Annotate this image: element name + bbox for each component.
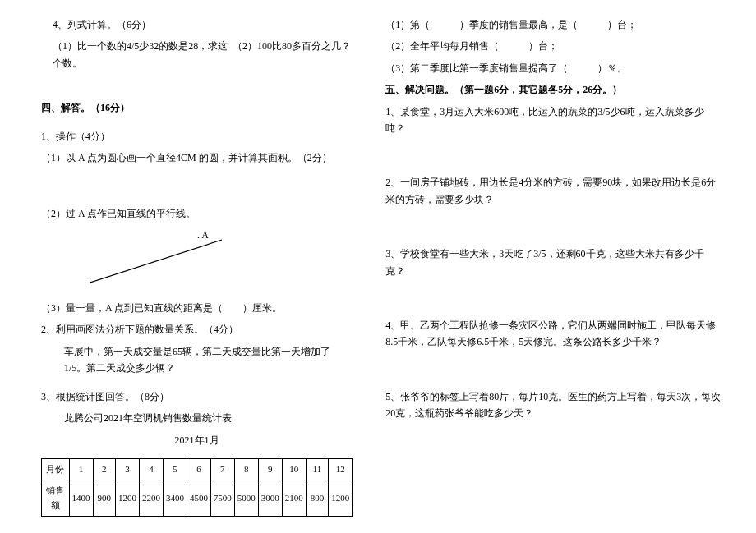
td-v8: 5000	[234, 480, 258, 516]
worksheet-page: 4、列式计算。（6分） （1）比一个数的4/5少32的数是28，求这个数。 （2…	[0, 0, 756, 533]
th-m6: 6	[187, 458, 210, 480]
table-row: 月份 1 2 3 4 5 6 7 8 9 10 11 12	[42, 458, 353, 480]
td-v3: 1200	[116, 480, 140, 516]
p5: 5、张爷爷的标签上写着80片，每片10克。医生的药方上写着，每天3次，每次20克…	[385, 388, 723, 422]
section-5-title: 五、解决问题。（第一题6分，其它题各5分，26分。）	[385, 81, 723, 98]
line-figure-icon	[90, 232, 230, 289]
th-m9: 9	[258, 458, 282, 480]
sales-table: 月份 1 2 3 4 5 6 7 8 9 10 11 12 销售额 1400 9…	[41, 458, 353, 517]
td-v11: 800	[306, 480, 329, 516]
th-month: 月份	[42, 458, 70, 480]
op-2: （2）过 A 点作已知直线的平行线。	[41, 205, 353, 222]
td-v7: 7500	[210, 480, 234, 516]
op-3: （3）量一量，A 点到已知直线的距离是（ ）厘米。	[41, 300, 353, 316]
td-v1: 1400	[69, 480, 93, 516]
op-title: 1、操作（4分）	[41, 128, 353, 145]
q2-title: 2、利用画图法分析下题的数量关系。（4分）	[41, 321, 353, 338]
q3-date: 2021年1月	[41, 432, 353, 448]
table-row: 销售额 1400 900 1200 2200 3400 4500 7500 50…	[42, 480, 353, 516]
th-m2: 2	[93, 458, 116, 480]
th-m8: 8	[234, 458, 258, 480]
p3: 3、学校食堂有一些大米，3天吃了3/5，还剩60千克，这些大米共有多少千克？	[385, 246, 723, 279]
th-m1: 1	[69, 458, 93, 480]
left-column: 4、列式计算。（6分） （1）比一个数的4/5少32的数是28，求这个数。 （2…	[41, 16, 369, 517]
right-column: （1）第（ ）季度的销售量最高，是（ ）台； （2）全年平均每月销售（ ）台； …	[369, 16, 723, 517]
th-m11: 11	[306, 458, 329, 480]
op-2-point-label: . A	[197, 227, 209, 243]
op-1: （1）以 A 点为圆心画一个直径4CM 的圆，并计算其面积。（2分）	[41, 149, 353, 166]
q3-caption: 龙腾公司2021年空调机销售数量统计表	[41, 410, 353, 426]
r2: （2）全年平均每月销售（ ）台；	[385, 38, 723, 54]
td-v9: 3000	[258, 480, 282, 516]
td-v4: 2200	[140, 480, 164, 516]
op-2-figure-wrap: . A	[41, 227, 353, 299]
th-m4: 4	[140, 458, 164, 480]
section-4-title: 四、解答。（16分）	[41, 99, 353, 116]
th-m3: 3	[116, 458, 140, 480]
q4-items: （1）比一个数的4/5少32的数是28，求这个数。 （2）100比80多百分之几…	[41, 38, 353, 71]
q4-item-2: （2）100比80多百分之几？	[233, 38, 353, 71]
q4-item-1: （1）比一个数的4/5少32的数是28，求这个数。	[53, 38, 233, 71]
td-v5: 3400	[163, 480, 187, 516]
q3-title: 3、根据统计图回答。（8分）	[41, 388, 353, 405]
q4-title: 4、列式计算。（6分）	[41, 16, 353, 33]
q2-body: 车展中，第一天成交量是65辆，第二天成交量比第一天增加了1/5。第二天成交多少辆…	[41, 343, 353, 377]
p1: 1、某食堂，3月运入大米600吨，比运入的蔬菜的3/5少6吨，运入蔬菜多少吨？	[385, 103, 723, 137]
td-v2: 900	[93, 480, 116, 516]
td-sales-label: 销售额	[42, 480, 70, 516]
th-m12: 12	[329, 458, 353, 480]
td-v6: 4500	[187, 480, 210, 516]
p2: 2、一间房子铺地砖，用边长是4分米的方砖，需要90块，如果改用边长是6分米的方砖…	[385, 174, 723, 208]
svg-line-0	[90, 240, 222, 283]
p4: 4、甲、乙两个工程队抢修一条灾区公路，它们从两端同时施工，甲队每天修8.5千米，…	[385, 317, 723, 351]
th-m10: 10	[282, 458, 306, 480]
td-v12: 1200	[329, 480, 353, 516]
td-v10: 2100	[282, 480, 306, 516]
th-m7: 7	[210, 458, 234, 480]
r1: （1）第（ ）季度的销售量最高，是（ ）台；	[385, 16, 723, 33]
r3: （3）第二季度比第一季度销售量提高了（ ）％。	[385, 60, 723, 76]
th-m5: 5	[163, 458, 187, 480]
